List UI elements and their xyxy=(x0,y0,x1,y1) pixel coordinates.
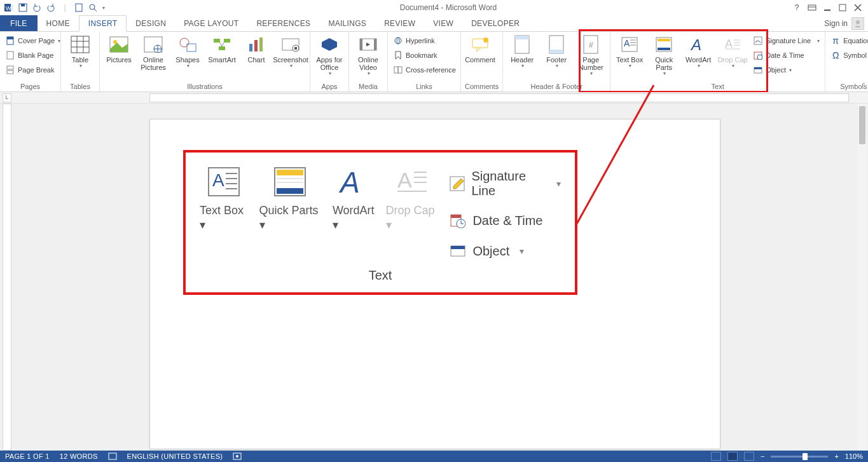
quick-parts-button[interactable]: Quick Parts▾ xyxy=(649,34,679,77)
zoom-in-button[interactable]: + xyxy=(834,452,838,460)
page-break-button[interactable]: Page Break xyxy=(4,64,62,76)
svg-text:A: A xyxy=(725,37,733,50)
online-pictures-icon xyxy=(143,34,163,55)
apps-button[interactable]: Apps for Office▾ xyxy=(314,34,345,77)
zoom-slider[interactable] xyxy=(771,456,828,458)
new-icon[interactable] xyxy=(74,3,84,13)
svg-text:A: A xyxy=(338,166,360,198)
minimize-icon[interactable] xyxy=(822,3,832,13)
svg-point-6 xyxy=(90,4,95,10)
group-text: AText Box▾ Quick Parts▾ AWordArt▾ ADrop … xyxy=(610,32,825,92)
text-box-button[interactable]: AText Box▾ xyxy=(614,34,645,69)
comment-button[interactable]: Comment xyxy=(465,34,495,64)
online-pictures-button[interactable]: Online Pictures xyxy=(138,34,169,71)
close-icon[interactable] xyxy=(853,3,863,13)
shapes-icon xyxy=(177,34,198,55)
zoom-slider-knob[interactable] xyxy=(803,453,808,460)
date-time-button[interactable]: Date & Time xyxy=(752,49,821,62)
svg-rect-97 xyxy=(451,215,461,218)
svg-rect-50 xyxy=(398,67,402,73)
tab-insert[interactable]: INSERT xyxy=(79,15,127,32)
group-pages: Cover Page▾ Blank Page Page Break Pages xyxy=(0,32,61,92)
svg-text:A: A xyxy=(397,168,412,192)
status-page[interactable]: PAGE 1 OF 1 xyxy=(5,452,50,460)
scrollbar-thumb[interactable] xyxy=(859,106,865,144)
help-icon[interactable]: ? xyxy=(792,3,802,13)
zoom-out-button[interactable]: − xyxy=(761,452,764,460)
read-mode-button[interactable] xyxy=(711,452,721,461)
bookmark-button[interactable]: Bookmark xyxy=(392,49,457,62)
save-icon[interactable] xyxy=(18,3,28,13)
maximize-icon[interactable] xyxy=(837,3,848,13)
vertical-scrollbar[interactable] xyxy=(858,104,867,451)
redo-icon[interactable] xyxy=(46,3,56,13)
smartart-icon xyxy=(212,34,232,55)
title-bar: W | ▾ Document4 - Microsoft Word ? xyxy=(0,0,868,15)
footer-button[interactable]: Footer▾ xyxy=(541,34,572,69)
online-video-button[interactable]: Online Video▾ xyxy=(353,34,383,77)
web-layout-button[interactable] xyxy=(744,452,754,461)
svg-rect-66 xyxy=(658,48,670,50)
word-icon: W xyxy=(4,3,14,13)
horizontal-ruler[interactable] xyxy=(149,93,849,102)
drop-cap-button[interactable]: ADrop Cap▾ xyxy=(717,34,748,69)
page-number-button[interactable]: #Page Number▾ xyxy=(575,34,606,77)
signature-icon xyxy=(753,36,763,46)
header-button[interactable]: Header▾ xyxy=(507,34,537,69)
zoom-signature-line: Signature Line ▾ xyxy=(450,166,561,201)
quick-access-toolbar: W | ▾ xyxy=(0,3,105,13)
tab-file[interactable]: FILE xyxy=(0,15,38,31)
print-preview-icon[interactable] xyxy=(88,3,98,13)
tab-mailings[interactable]: MAILINGS xyxy=(319,15,375,31)
drop-cap-icon: A xyxy=(394,164,430,200)
svg-rect-37 xyxy=(254,40,258,51)
svg-text:W: W xyxy=(6,5,11,11)
group-pages-label: Pages xyxy=(4,81,57,90)
cross-reference-button[interactable]: Cross-reference xyxy=(392,64,457,76)
online-video-icon xyxy=(358,34,378,55)
tab-view[interactable]: VIEW xyxy=(424,15,462,31)
equation-icon: π xyxy=(830,36,841,46)
object-button[interactable]: Object ▾ xyxy=(752,64,821,76)
status-proofing-icon[interactable] xyxy=(108,452,117,460)
tab-design[interactable]: DESIGN xyxy=(127,15,175,31)
equation-button[interactable]: πEquation ▾ xyxy=(829,34,868,47)
pictures-button[interactable]: Pictures xyxy=(104,34,134,64)
svg-point-106 xyxy=(236,455,238,458)
window-title: Document4 - Microsoft Word xyxy=(105,3,792,12)
vertical-ruler[interactable] xyxy=(3,104,11,451)
group-comments-label: Comments xyxy=(465,81,499,90)
smartart-button[interactable]: SmartArt xyxy=(207,34,237,64)
group-header-footer-label: Header & Footer xyxy=(507,81,606,90)
chart-button[interactable]: Chart xyxy=(241,34,272,64)
cover-page-button[interactable]: Cover Page▾ xyxy=(4,34,62,47)
svg-point-48 xyxy=(397,37,399,44)
symbol-button[interactable]: ΩSymbol ▾ xyxy=(829,49,868,62)
hyperlink-button[interactable]: Hyperlink xyxy=(392,34,457,47)
status-language[interactable]: ENGLISH (UNITED STATES) xyxy=(127,452,223,460)
zoom-level[interactable]: 110% xyxy=(845,452,863,460)
blank-page-button[interactable]: Blank Page xyxy=(4,49,62,62)
undo-icon[interactable] xyxy=(32,3,42,13)
status-macro-icon[interactable] xyxy=(233,452,242,460)
tab-references[interactable]: REFERENCES xyxy=(247,15,319,31)
ribbon-display-icon[interactable] xyxy=(807,3,817,13)
tab-review[interactable]: REVIEW xyxy=(375,15,424,31)
table-button[interactable]: Table▾ xyxy=(65,34,95,69)
collapse-ribbon-icon[interactable]: ˄ xyxy=(862,82,865,89)
sign-in[interactable]: Sign in xyxy=(824,15,868,31)
tab-developer[interactable]: DEVELOPER xyxy=(462,15,528,31)
status-word-count[interactable]: 12 WORDS xyxy=(60,452,98,460)
wordart-button[interactable]: AWordArt▾ xyxy=(683,34,713,69)
shapes-button[interactable]: Shapes▾ xyxy=(172,34,203,69)
print-layout-button[interactable] xyxy=(727,452,738,461)
signature-icon xyxy=(450,175,465,192)
screenshot-icon xyxy=(280,34,301,55)
pictures-icon xyxy=(109,34,129,55)
tab-page-layout[interactable]: PAGE LAYOUT xyxy=(175,15,247,31)
screenshot-button[interactable]: Screenshot▾ xyxy=(275,34,306,69)
zoom-quick-parts: Quick Parts ▾ xyxy=(259,164,321,232)
tab-home[interactable]: HOME xyxy=(38,15,79,31)
signature-line-button[interactable]: Signature Line ▾ xyxy=(752,34,821,47)
svg-rect-8 xyxy=(808,5,816,10)
